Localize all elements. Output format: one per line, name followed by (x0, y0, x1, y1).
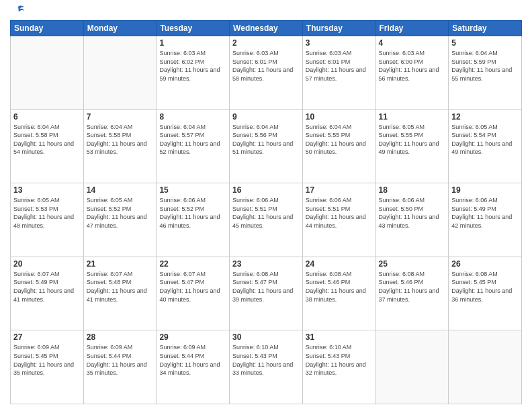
calendar-cell (375, 330, 449, 404)
logo-bird-icon (11, 4, 26, 19)
day-info: Sunrise: 6:06 AM Sunset: 5:51 PM Dayligh… (306, 196, 373, 230)
day-info: Sunrise: 6:05 AM Sunset: 5:52 PM Dayligh… (87, 196, 154, 230)
calendar-cell: 4Sunrise: 6:03 AM Sunset: 6:00 PM Daylig… (375, 36, 449, 110)
day-info: Sunrise: 6:09 AM Sunset: 5:44 PM Dayligh… (87, 343, 154, 377)
day-info: Sunrise: 6:03 AM Sunset: 6:01 PM Dayligh… (306, 49, 373, 83)
calendar-cell: 17Sunrise: 6:06 AM Sunset: 5:51 PM Dayli… (302, 183, 375, 257)
day-info: Sunrise: 6:04 AM Sunset: 5:58 PM Dayligh… (13, 123, 81, 156)
calendar-day-header: Monday (83, 21, 157, 36)
day-number: 8 (159, 112, 226, 122)
calendar-cell: 14Sunrise: 6:05 AM Sunset: 5:52 PM Dayli… (83, 183, 157, 257)
calendar-week-row: 1Sunrise: 6:03 AM Sunset: 6:02 PM Daylig… (11, 36, 522, 110)
day-number: 24 (306, 259, 373, 269)
day-number: 25 (379, 259, 446, 269)
day-info: Sunrise: 6:06 AM Sunset: 5:50 PM Dayligh… (379, 196, 446, 230)
day-number: 23 (232, 259, 300, 269)
calendar-cell: 27Sunrise: 6:09 AM Sunset: 5:45 PM Dayli… (11, 330, 84, 404)
day-number: 5 (451, 38, 519, 48)
day-info: Sunrise: 6:03 AM Sunset: 6:01 PM Dayligh… (232, 49, 300, 83)
calendar-cell: 5Sunrise: 6:04 AM Sunset: 5:59 PM Daylig… (449, 36, 522, 110)
day-info: Sunrise: 6:10 AM Sunset: 5:43 PM Dayligh… (306, 343, 373, 377)
calendar-cell: 7Sunrise: 6:04 AM Sunset: 5:58 PM Daylig… (83, 109, 157, 183)
day-number: 31 (306, 332, 373, 342)
day-number: 10 (306, 112, 373, 122)
calendar-cell: 2Sunrise: 6:03 AM Sunset: 6:01 PM Daylig… (230, 36, 303, 110)
day-number: 1 (159, 38, 226, 48)
calendar-cell (449, 330, 522, 404)
calendar-day-header: Wednesday (230, 21, 303, 36)
day-info: Sunrise: 6:06 AM Sunset: 5:49 PM Dayligh… (451, 196, 519, 230)
calendar-cell: 29Sunrise: 6:09 AM Sunset: 5:44 PM Dayli… (157, 330, 230, 404)
day-info: Sunrise: 6:04 AM Sunset: 5:59 PM Dayligh… (451, 49, 519, 83)
calendar-cell: 21Sunrise: 6:07 AM Sunset: 5:48 PM Dayli… (83, 257, 157, 330)
day-info: Sunrise: 6:10 AM Sunset: 5:43 PM Dayligh… (232, 343, 300, 377)
calendar-cell: 20Sunrise: 6:07 AM Sunset: 5:49 PM Dayli… (11, 257, 84, 330)
day-info: Sunrise: 6:08 AM Sunset: 5:47 PM Dayligh… (232, 270, 300, 304)
day-number: 26 (451, 259, 519, 269)
day-info: Sunrise: 6:07 AM Sunset: 5:49 PM Dayligh… (13, 270, 81, 304)
day-number: 13 (13, 185, 81, 195)
day-info: Sunrise: 6:07 AM Sunset: 5:47 PM Dayligh… (159, 270, 226, 304)
calendar-cell: 23Sunrise: 6:08 AM Sunset: 5:47 PM Dayli… (230, 257, 303, 330)
calendar-cell: 15Sunrise: 6:06 AM Sunset: 5:52 PM Dayli… (157, 183, 230, 257)
calendar-day-header: Tuesday (157, 21, 230, 36)
day-info: Sunrise: 6:03 AM Sunset: 6:00 PM Dayligh… (379, 49, 446, 83)
day-number: 21 (87, 259, 154, 269)
day-number: 17 (306, 185, 373, 195)
day-number: 18 (379, 185, 446, 195)
calendar-header-row: SundayMondayTuesdayWednesdayThursdayFrid… (11, 21, 522, 36)
calendar-cell: 24Sunrise: 6:08 AM Sunset: 5:46 PM Dayli… (302, 257, 375, 330)
calendar-cell: 30Sunrise: 6:10 AM Sunset: 5:43 PM Dayli… (230, 330, 303, 404)
day-number: 3 (306, 38, 373, 48)
day-number: 6 (13, 112, 81, 122)
day-number: 14 (87, 185, 154, 195)
calendar-table: SundayMondayTuesdayWednesdayThursdayFrid… (10, 20, 522, 404)
day-number: 9 (232, 112, 300, 122)
day-info: Sunrise: 6:09 AM Sunset: 5:44 PM Dayligh… (159, 343, 226, 377)
calendar-cell: 11Sunrise: 6:05 AM Sunset: 5:55 PM Dayli… (375, 109, 449, 183)
day-info: Sunrise: 6:09 AM Sunset: 5:45 PM Dayligh… (13, 343, 81, 377)
day-info: Sunrise: 6:08 AM Sunset: 5:45 PM Dayligh… (451, 270, 519, 304)
calendar-cell: 6Sunrise: 6:04 AM Sunset: 5:58 PM Daylig… (11, 109, 84, 183)
day-info: Sunrise: 6:06 AM Sunset: 5:51 PM Dayligh… (232, 196, 300, 230)
day-info: Sunrise: 6:05 AM Sunset: 5:55 PM Dayligh… (379, 123, 446, 156)
day-info: Sunrise: 6:04 AM Sunset: 5:58 PM Dayligh… (87, 123, 154, 156)
calendar-cell: 3Sunrise: 6:03 AM Sunset: 6:01 PM Daylig… (302, 36, 375, 110)
header (10, 7, 522, 16)
calendar-cell: 12Sunrise: 6:05 AM Sunset: 5:54 PM Dayli… (449, 109, 522, 183)
calendar-cell: 18Sunrise: 6:06 AM Sunset: 5:50 PM Dayli… (375, 183, 449, 257)
day-info: Sunrise: 6:06 AM Sunset: 5:52 PM Dayligh… (159, 196, 226, 230)
day-info: Sunrise: 6:03 AM Sunset: 6:02 PM Dayligh… (159, 49, 226, 83)
day-info: Sunrise: 6:08 AM Sunset: 5:46 PM Dayligh… (306, 270, 373, 304)
calendar-day-header: Saturday (449, 21, 522, 36)
day-info: Sunrise: 6:08 AM Sunset: 5:46 PM Dayligh… (379, 270, 446, 304)
calendar-cell: 8Sunrise: 6:04 AM Sunset: 5:57 PM Daylig… (157, 109, 230, 183)
calendar-cell: 26Sunrise: 6:08 AM Sunset: 5:45 PM Dayli… (449, 257, 522, 330)
calendar-day-header: Thursday (302, 21, 375, 36)
day-number: 11 (379, 112, 446, 122)
day-number: 12 (451, 112, 519, 122)
day-number: 20 (13, 259, 81, 269)
calendar-week-row: 20Sunrise: 6:07 AM Sunset: 5:49 PM Dayli… (11, 257, 522, 330)
day-info: Sunrise: 6:05 AM Sunset: 5:54 PM Dayligh… (451, 123, 519, 156)
day-number: 28 (87, 332, 154, 342)
calendar-week-row: 13Sunrise: 6:05 AM Sunset: 5:53 PM Dayli… (11, 183, 522, 257)
calendar-cell: 10Sunrise: 6:04 AM Sunset: 5:55 PM Dayli… (302, 109, 375, 183)
calendar-cell (11, 36, 84, 110)
day-number: 2 (232, 38, 300, 48)
day-info: Sunrise: 6:05 AM Sunset: 5:53 PM Dayligh… (13, 196, 81, 230)
day-number: 15 (159, 185, 226, 195)
day-number: 22 (159, 259, 226, 269)
day-number: 29 (159, 332, 226, 342)
calendar-week-row: 6Sunrise: 6:04 AM Sunset: 5:58 PM Daylig… (11, 109, 522, 183)
day-info: Sunrise: 6:04 AM Sunset: 5:56 PM Dayligh… (232, 123, 300, 156)
calendar-cell: 9Sunrise: 6:04 AM Sunset: 5:56 PM Daylig… (230, 109, 303, 183)
logo (10, 9, 26, 16)
day-number: 30 (232, 332, 300, 342)
page: SundayMondayTuesdayWednesdayThursdayFrid… (0, 0, 532, 411)
day-number: 19 (451, 185, 519, 195)
day-number: 4 (379, 38, 446, 48)
calendar-cell: 1Sunrise: 6:03 AM Sunset: 6:02 PM Daylig… (157, 36, 230, 110)
calendar-cell: 28Sunrise: 6:09 AM Sunset: 5:44 PM Dayli… (83, 330, 157, 404)
calendar-cell: 16Sunrise: 6:06 AM Sunset: 5:51 PM Dayli… (230, 183, 303, 257)
